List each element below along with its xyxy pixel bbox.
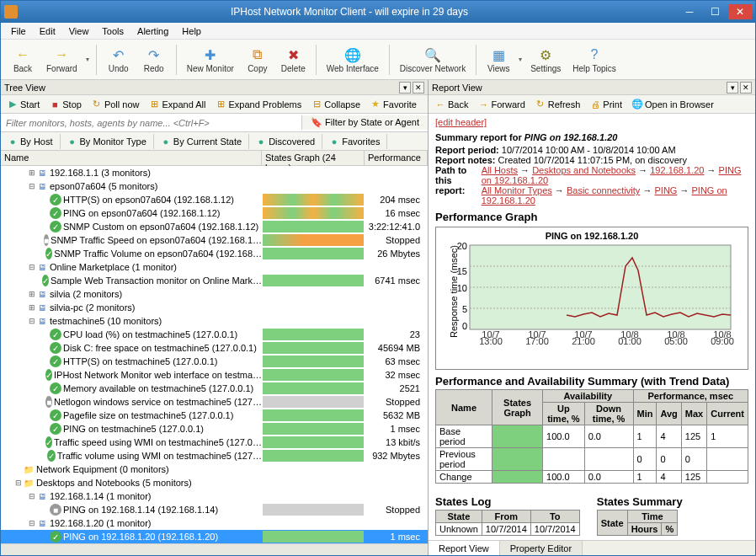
tree-row[interactable]: 📁Network Equipment (0 monitors): [1, 462, 428, 476]
menu-view[interactable]: View: [62, 24, 96, 38]
views-button[interactable]: ▦Views: [482, 44, 515, 75]
stop-button[interactable]: ■Stop: [45, 98, 87, 111]
tree-row[interactable]: ⊞🖥192.168.1.1 (3 monitors): [1, 166, 428, 179]
tree-row[interactable]: ✓Traffic volume using WMI on testmachine…: [1, 449, 428, 462]
tab-report-view[interactable]: Report View: [429, 541, 500, 556]
new-monitor-button[interactable]: ✚New Monitor: [182, 44, 239, 75]
breadcrumb-link[interactable]: Desktops and Notebooks: [532, 165, 636, 175]
redo-button[interactable]: ↷Redo: [137, 44, 171, 75]
pane-menu-button[interactable]: ▾: [399, 82, 411, 94]
tab-discovered[interactable]: ●Discovered: [249, 134, 322, 149]
tree-row[interactable]: ✓HTTP(S) on testmachine5 (127.0.0.1)63 m…: [1, 355, 428, 368]
breadcrumb-link[interactable]: All Hosts: [482, 165, 518, 175]
breadcrumb-link[interactable]: PING: [655, 185, 678, 195]
tree-row[interactable]: ✓Traffic speed using WMI on testmachine5…: [1, 436, 428, 449]
tree-row[interactable]: ⊞🖥silvia-pc (2 monitors): [1, 301, 428, 314]
tree-row[interactable]: ✓PING on 192.168.1.20 (192.168.1.20)1 ms…: [1, 530, 428, 543]
horizontal-scrollbar[interactable]: [1, 543, 428, 556]
tree-row[interactable]: ■PING on 192.168.1.14 (192.168.1.14)Stop…: [1, 503, 428, 516]
tree-row[interactable]: ✓PING on epson07a604 (192.168.1.12)16 ms…: [1, 206, 428, 220]
help-topics-button[interactable]: ?Help Topics: [567, 44, 621, 75]
tree-row[interactable]: ✓Pagefile size on testmachine5 (127.0.0.…: [1, 409, 428, 422]
col-graph[interactable]: States Graph (24 hours): [262, 151, 365, 165]
tree-row[interactable]: ⊟🖥epson07a604 (5 monitors): [1, 179, 428, 193]
svg-text:20: 20: [457, 241, 467, 251]
tree-row[interactable]: ■SNMP Traffic Speed on epson07a604 (192.…: [1, 233, 428, 247]
tree-row[interactable]: ✓Sample Web Transaction monitor on Onlin…: [1, 274, 428, 287]
expander-icon[interactable]: ⊟: [28, 182, 36, 190]
filter-by-state-button[interactable]: 🔖 Filter by State or Agent: [301, 115, 428, 130]
expander-icon[interactable]: ⊟: [28, 317, 36, 325]
menu-tools[interactable]: Tools: [95, 24, 130, 38]
poll-now-button[interactable]: ↻Poll now: [87, 98, 145, 111]
undo-button[interactable]: ↶Undo: [102, 44, 136, 75]
tab-property-editor[interactable]: Property Editor: [500, 541, 583, 556]
tree-row[interactable]: ✓Memory available on testmachine5 (127.0…: [1, 382, 428, 395]
dropdown-arrow[interactable]: ▾: [517, 56, 524, 63]
menu-edit[interactable]: Edit: [33, 24, 62, 38]
breadcrumb-link[interactable]: Basic connectivity: [567, 185, 640, 195]
discover-network-icon: 🔍: [423, 45, 442, 64]
expander-icon[interactable]: ⊟: [28, 263, 36, 271]
refresh-button[interactable]: ↻Refresh: [530, 98, 586, 111]
pane-close-button[interactable]: ✕: [413, 82, 424, 94]
settings-button[interactable]: ⚙Settings: [525, 44, 566, 75]
expander-icon[interactable]: ⊟: [14, 478, 23, 487]
tree-row[interactable]: ✓CPU load (%) on testmachine5 (127.0.0.1…: [1, 328, 428, 341]
favorite-button[interactable]: ★Favorite: [365, 98, 422, 111]
menu-file[interactable]: File: [4, 24, 33, 38]
expand-problems-button[interactable]: ⊞Expand Problems: [210, 98, 306, 111]
tree-row[interactable]: ⊟🖥192.168.1.14 (1 monitor): [1, 489, 428, 503]
edit-header-link[interactable]: [edit header]: [435, 117, 487, 127]
expander-icon[interactable]: ⊟: [28, 519, 36, 527]
breadcrumb-link[interactable]: All Monitor Types: [482, 185, 552, 195]
open-in-browser-button[interactable]: 🌐Open in Browser: [627, 98, 719, 111]
expand-all-button[interactable]: ⊞Expand All: [144, 98, 210, 111]
pane-close-button[interactable]: ✕: [740, 82, 752, 94]
tab-by-host[interactable]: ●By Host: [1, 134, 61, 149]
expander-icon[interactable]: ⊞: [28, 168, 36, 177]
expander-icon[interactable]: ⊞: [28, 290, 36, 298]
expander-icon[interactable]: ⊞: [28, 303, 36, 312]
report-body[interactable]: [edit header] Summary report for PING on…: [429, 114, 755, 540]
tree-row[interactable]: ✓HTTP(S) on epson07a604 (192.168.1.12)20…: [1, 193, 428, 206]
tree-row[interactable]: ✓IPHost Network Monitor web interface on…: [1, 368, 428, 382]
forward-button[interactable]: →Forward: [41, 44, 83, 75]
tab-by-current-state[interactable]: ●By Current State: [154, 134, 249, 149]
maximize-button[interactable]: ☐: [703, 4, 727, 19]
pane-menu-button[interactable]: ▾: [727, 82, 738, 94]
tree-row[interactable]: ✓SNMP Traffic Volume on epson07a604 (192…: [1, 247, 428, 260]
start-button[interactable]: ▶Start: [3, 98, 45, 111]
minimize-button[interactable]: ─: [678, 4, 701, 19]
menu-alerting[interactable]: Alerting: [130, 24, 175, 38]
tree-row[interactable]: ■Netlogon windows service on testmachine…: [1, 395, 428, 409]
tab-by-monitor-type[interactable]: ●By Monitor Type: [61, 134, 154, 149]
tab-favorites[interactable]: ●Favorites: [322, 134, 387, 149]
tree-row[interactable]: ⊟📁Desktops and Notebooks (5 monitors): [1, 476, 428, 489]
tree-row[interactable]: ⊟🖥testmachine5 (10 monitors): [1, 314, 428, 328]
tree-row[interactable]: ⊟🖥192.168.1.20 (1 monitor): [1, 516, 428, 530]
filter-input[interactable]: [1, 116, 301, 130]
tree-row[interactable]: ✓Disk C: free space on testmachine5 (127…: [1, 341, 428, 355]
copy-button[interactable]: ⧉Copy: [241, 44, 274, 75]
breadcrumb-link[interactable]: 192.168.1.20: [650, 165, 704, 175]
expander-icon[interactable]: ⊟: [28, 492, 36, 500]
tree-row[interactable]: ⊞🖥silvia (2 monitors): [1, 287, 428, 301]
tree-row[interactable]: ✓PING on testmachine5 (127.0.0.1)1 msec: [1, 422, 428, 436]
col-name[interactable]: Name: [1, 151, 262, 165]
forward-button[interactable]: →Forward: [473, 98, 530, 111]
collapse-button[interactable]: ⊟Collapse: [306, 98, 365, 111]
menu-help[interactable]: Help: [175, 24, 208, 38]
close-button[interactable]: ✕: [728, 4, 752, 19]
dropdown-arrow[interactable]: ▾: [84, 56, 91, 63]
web-interface-button[interactable]: 🌐Web Interface: [322, 44, 384, 75]
print-button[interactable]: 🖨Print: [585, 98, 627, 111]
discover-network-button[interactable]: 🔍Discover Network: [395, 44, 471, 75]
col-perf[interactable]: Performance: [365, 151, 428, 165]
tree-row[interactable]: ✓SNMP Custom on epson07a604 (192.168.1.1…: [1, 220, 428, 233]
tree-body[interactable]: ⊞🖥192.168.1.1 (3 monitors)⊟🖥epson07a604 …: [1, 166, 428, 543]
back-button[interactable]: ←Back: [430, 98, 473, 111]
back-button[interactable]: ←Back: [6, 44, 40, 75]
tree-row[interactable]: ⊟🖥Online Marketplace (1 monitor): [1, 260, 428, 274]
delete-button[interactable]: ✖Delete: [276, 44, 311, 75]
